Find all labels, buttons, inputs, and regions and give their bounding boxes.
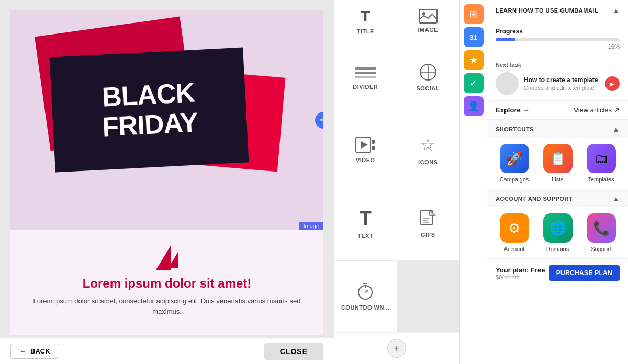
lists-label: Lists — [552, 176, 564, 183]
next-task-card: How to create a template Choose and edit… — [496, 72, 620, 95]
social-label: SOCIAL — [416, 85, 440, 92]
svg-rect-2 — [355, 67, 376, 70]
explore-link[interactable]: Explore → — [496, 106, 530, 114]
gifs-icon — [420, 210, 436, 228]
add-element-button[interactable]: + — [387, 339, 406, 358]
element-gifs[interactable]: GIFS — [397, 187, 459, 260]
account-item-support[interactable]: 📞 Support — [582, 213, 620, 252]
support-icon: 📞 — [587, 213, 616, 243]
shortcut-lists[interactable]: 📋 Lists — [539, 144, 576, 183]
account-item-account[interactable]: ⚙ Account — [496, 213, 533, 252]
svg-rect-3 — [355, 72, 376, 74]
explore-row: Explore → View articles ↗ — [487, 101, 628, 120]
progress-label: Progress — [496, 28, 620, 35]
progress-bar-bg — [496, 38, 620, 41]
support-label: Support — [591, 246, 611, 252]
account-item-domains[interactable]: 🌐 Domains — [539, 213, 576, 252]
element-divider[interactable]: DIVIDER — [334, 42, 397, 113]
plan-price: $0/month — [496, 274, 545, 280]
icons-star-icon: ☆ — [420, 135, 435, 155]
shortcuts-title: SHORTCUTS — [496, 126, 534, 132]
arrow-graphic — [156, 246, 178, 270]
domains-icon: 🌐 — [543, 213, 573, 243]
icon-rail: ⊞ 31 ★ ✓ 👤 — [459, 0, 487, 364]
image-icon — [419, 9, 438, 24]
image-block[interactable]: BLACK FRIDAY Image ✛ — [10, 10, 323, 230]
svg-rect-4 — [355, 76, 376, 78]
countdown-label: COUNTDO WN... — [341, 304, 390, 311]
next-task-label: Next task — [496, 62, 620, 68]
account-support-title: ACCOUNT AND SUPPORT — [496, 196, 573, 202]
shortcuts-collapse-button[interactable]: ▲ — [612, 125, 620, 133]
bf-text: BLACK FRIDAY — [100, 77, 199, 142]
canvas-heading: Lorem ipsum dolor sit amet! — [83, 276, 252, 291]
campaigns-icon: 🚀 — [500, 144, 529, 173]
shortcuts-header: SHORTCUTS ▲ — [487, 120, 628, 138]
help-header: LEARN HOW TO USE GUMBAMAIL ▲ — [487, 0, 628, 21]
task-info: How to create a template Choose and edit… — [524, 76, 600, 91]
text-icon: T — [360, 209, 372, 229]
element-icons[interactable]: ☆ ICONS — [397, 113, 459, 187]
canvas-area: BLACK FRIDAY Image ✛ Lorem ipsum dolor s — [0, 0, 334, 364]
video-icon — [355, 137, 375, 153]
progress-bar-fill — [496, 38, 515, 41]
purchase-plan-button[interactable]: PURCHASE PLAN — [549, 265, 620, 281]
element-social[interactable]: SOCIAL — [397, 42, 459, 113]
bf-background: BLACK FRIDAY — [10, 10, 323, 230]
divider-icon — [354, 65, 377, 79]
shortcut-campaigns[interactable]: 🚀 Campaigns — [496, 144, 533, 183]
shortcuts-grid: 🚀 Campaigns 📋 Lists 🗂 Templates — [487, 138, 628, 189]
back-button[interactable]: ← BACK — [10, 344, 59, 359]
gifs-label: GIFS — [421, 232, 435, 238]
campaigns-label: Campaigns — [500, 176, 529, 183]
top-elements-row: T TITLE IMAGE — [334, 0, 459, 42]
title-label: TITLE — [357, 28, 374, 35]
bottom-bar: ← BACK CLOSE — [0, 338, 334, 364]
rail-icon-grid[interactable]: ⊞ — [464, 4, 484, 24]
external-link-icon: ↗ — [614, 106, 620, 114]
svg-rect-11 — [372, 146, 375, 150]
task-title: How to create a template — [524, 76, 600, 84]
view-articles-label: View articles — [574, 106, 612, 114]
svg-line-18 — [365, 290, 368, 292]
shortcut-templates[interactable]: 🗂 Templates — [582, 144, 620, 183]
account-support-collapse-button[interactable]: ▲ — [612, 195, 620, 203]
rail-icon-user[interactable]: 👤 — [464, 96, 484, 116]
rail-icon-check[interactable]: ✓ — [464, 73, 484, 93]
content-block: Lorem ipsum dolor sit amet! Lorem ipsum … — [10, 230, 323, 335]
elements-panel: T TITLE IMAGE DIVIDER — [334, 0, 459, 364]
help-panel: LEARN HOW TO USE GUMBAMAIL ▲ Progress 16… — [487, 0, 628, 364]
svg-rect-10 — [372, 140, 375, 144]
account-label: Account — [504, 246, 525, 252]
video-label: VIDEO — [356, 157, 375, 163]
play-button[interactable]: ▶ — [605, 76, 620, 91]
domains-label: Domains — [546, 246, 569, 252]
templates-label: Templates — [588, 176, 614, 183]
element-title[interactable]: T TITLE — [334, 0, 397, 42]
task-subtitle: Choose and edit a template — [524, 85, 600, 91]
rail-icon-calendar[interactable]: 31 — [464, 27, 484, 47]
svg-point-1 — [422, 12, 425, 15]
collapse-button[interactable]: ▲ — [612, 6, 620, 15]
progress-pct: 16% — [496, 43, 620, 50]
help-header-title: LEARN HOW TO USE GUMBAMAIL — [496, 7, 598, 14]
account-support-grid: ⚙ Account 🌐 Domains 📞 Support — [487, 207, 628, 259]
rail-icon-star[interactable]: ★ — [464, 50, 484, 70]
social-icon — [419, 63, 437, 81]
next-task-section: Next task How to create a template Choos… — [487, 56, 628, 101]
element-video[interactable]: VIDEO — [334, 113, 397, 187]
view-articles-link[interactable]: View articles ↗ — [574, 106, 620, 114]
element-text[interactable]: T TEXT — [334, 187, 397, 260]
explore-arrow-icon: → — [523, 106, 530, 114]
canvas-body: Lorem ipsum dolor sit amet, consectetur … — [31, 296, 302, 316]
close-button[interactable]: CLOSE — [264, 343, 323, 360]
canvas-scroll: BLACK FRIDAY Image ✛ Lorem ipsum dolor s — [0, 0, 334, 338]
countdown-icon — [356, 282, 374, 300]
element-countdown[interactable]: COUNTDO WN... — [334, 261, 397, 332]
explore-label: Explore — [496, 106, 521, 114]
plan-info: Your plan: Free $0/month — [496, 266, 545, 280]
email-canvas: BLACK FRIDAY Image ✛ Lorem ipsum dolor s — [10, 10, 323, 335]
element-image[interactable]: IMAGE — [397, 0, 459, 42]
task-thumbnail — [496, 72, 519, 95]
back-arrow-icon: ← — [19, 347, 26, 355]
